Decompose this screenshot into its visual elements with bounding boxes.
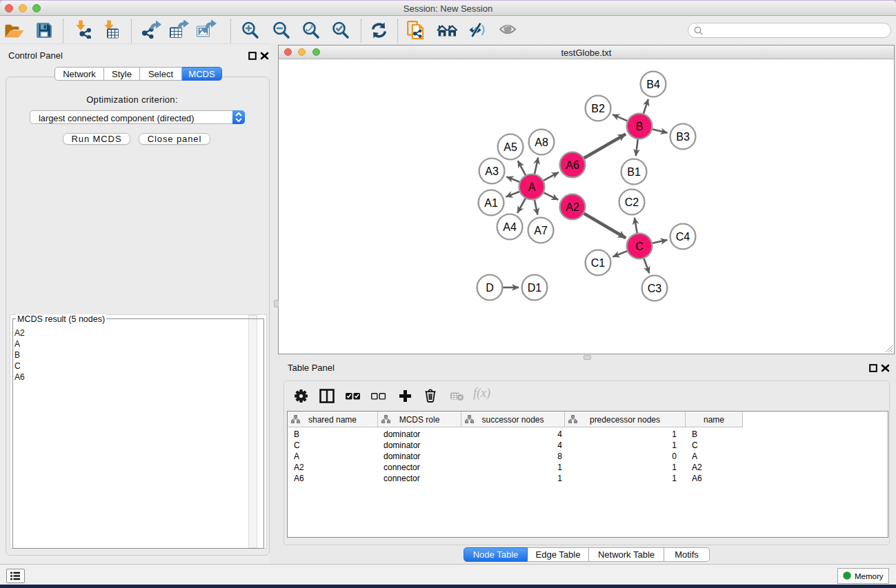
svg-text:B3: B3 xyxy=(676,131,690,143)
svg-text:A4: A4 xyxy=(503,221,517,233)
svg-text:A7: A7 xyxy=(534,225,548,236)
svg-text:A2: A2 xyxy=(566,201,579,213)
svg-text:A5: A5 xyxy=(504,141,517,153)
svg-text:A1: A1 xyxy=(484,197,498,209)
svg-text:B2: B2 xyxy=(591,103,605,114)
svg-text:C4: C4 xyxy=(676,231,690,243)
svg-text:A: A xyxy=(528,181,536,193)
svg-text:C2: C2 xyxy=(625,196,639,208)
svg-text:D: D xyxy=(486,282,494,294)
svg-text:C3: C3 xyxy=(648,283,662,294)
svg-text:B: B xyxy=(636,121,644,132)
svg-text:B1: B1 xyxy=(627,166,641,178)
svg-text:A3: A3 xyxy=(485,165,499,177)
svg-text:A8: A8 xyxy=(535,136,548,148)
svg-text:C1: C1 xyxy=(591,257,606,269)
svg-text:D1: D1 xyxy=(528,282,542,294)
svg-text:A6: A6 xyxy=(566,159,579,171)
svg-text:C: C xyxy=(635,241,644,252)
svg-text:B4: B4 xyxy=(646,79,660,90)
